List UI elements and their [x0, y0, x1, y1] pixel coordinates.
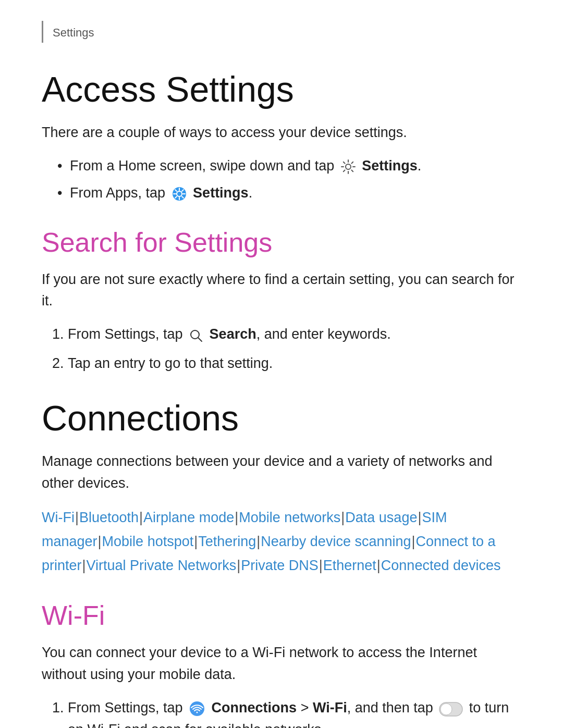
separator: | — [139, 510, 143, 525]
link-connected-devices[interactable]: Connected devices — [381, 558, 501, 573]
bullet-item-1-text: From a Home screen, swipe down and tap S… — [70, 158, 421, 174]
search-icon — [189, 328, 203, 342]
link-bluetooth[interactable]: Bluetooth — [79, 510, 139, 525]
wifi-icon — [189, 700, 205, 717]
separator: | — [194, 534, 198, 549]
gear-icon — [340, 159, 356, 175]
separator: | — [418, 510, 421, 525]
connections-section: Connections Manage connections between y… — [42, 398, 521, 578]
list-item: From Apps, tap Settings. — [57, 182, 521, 204]
list-item: From a Home screen, swipe down and tap S… — [57, 155, 521, 177]
svg-point-8 — [440, 704, 452, 715]
settings-blue-icon — [172, 186, 187, 202]
search-bold: Search — [210, 326, 256, 342]
connections-intro: Manage connections between your device a… — [42, 451, 521, 495]
search-step-1: From Settings, tap Search, and enter key… — [68, 326, 391, 342]
link-tethering[interactable]: Tethering — [198, 534, 256, 549]
search-settings-intro: If you are not sure exactly where to fin… — [42, 269, 521, 313]
svg-point-5 — [190, 701, 204, 716]
connections-links: Wi-Fi|Bluetooth|Airplane mode|Mobile net… — [42, 506, 521, 578]
separator: | — [341, 510, 345, 525]
access-settings-list: From a Home screen, swipe down and tap S… — [42, 155, 521, 204]
wifi-step-1: From Settings, tap Connections > Wi-Fi, … — [68, 700, 509, 728]
breadcrumb: Settings — [42, 21, 521, 43]
search-settings-list: From Settings, tap Search, and enter key… — [42, 324, 521, 375]
connections-bold: Connections — [212, 700, 297, 715]
separator: | — [411, 534, 415, 549]
wifi-title: Wi-Fi — [42, 600, 521, 632]
link-private-dns[interactable]: Private DNS — [241, 558, 319, 573]
breadcrumb-text: Settings — [53, 26, 94, 39]
svg-point-6 — [197, 711, 198, 713]
wifi-steps-list: From Settings, tap Connections > Wi-Fi, … — [42, 697, 521, 728]
access-settings-section: Access Settings There are a couple of wa… — [42, 69, 521, 204]
separator: | — [235, 510, 238, 525]
list-item: From Settings, tap Search, and enter key… — [68, 324, 521, 346]
connections-title: Connections — [42, 398, 521, 438]
link-nearby[interactable]: Nearby device scanning — [261, 534, 411, 549]
wifi-section: Wi-Fi You can connect your device to a W… — [42, 600, 521, 728]
svg-line-4 — [198, 338, 202, 341]
search-settings-title: Search for Settings — [42, 227, 521, 258]
list-item: From Settings, tap Connections > Wi-Fi, … — [68, 697, 521, 728]
wifi-bold: Wi-Fi — [313, 700, 347, 715]
link-ethernet[interactable]: Ethernet — [323, 558, 376, 573]
separator: | — [82, 558, 86, 573]
separator: | — [98, 534, 102, 549]
link-vpn[interactable]: Virtual Private Networks — [87, 558, 237, 573]
link-mobile-hotspot[interactable]: Mobile hotspot — [102, 534, 194, 549]
wifi-intro: You can connect your device to a Wi-Fi n… — [42, 642, 521, 686]
bullet-item-2-text: From Apps, tap Settings. — [70, 185, 252, 201]
link-wifi[interactable]: Wi-Fi — [42, 510, 75, 525]
search-settings-section: Search for Settings If you are not sure … — [42, 227, 521, 375]
svg-point-0 — [346, 164, 351, 169]
settings-bold-2: Settings — [193, 185, 249, 201]
toggle-icon — [439, 701, 463, 716]
search-step-2: Tap an entry to go to that setting. — [68, 355, 273, 371]
list-item: Tap an entry to go to that setting. — [68, 353, 521, 375]
settings-bold-1: Settings — [362, 158, 418, 174]
separator: | — [237, 558, 240, 573]
separator: | — [377, 558, 381, 573]
link-airplane[interactable]: Airplane mode — [143, 510, 234, 525]
separator: | — [75, 510, 79, 525]
link-data-usage[interactable]: Data usage — [345, 510, 417, 525]
access-settings-intro: There are a couple of ways to access you… — [42, 122, 521, 144]
access-settings-title: Access Settings — [42, 69, 521, 109]
separator: | — [319, 558, 323, 573]
separator: | — [256, 534, 260, 549]
link-mobile-networks[interactable]: Mobile networks — [239, 510, 340, 525]
